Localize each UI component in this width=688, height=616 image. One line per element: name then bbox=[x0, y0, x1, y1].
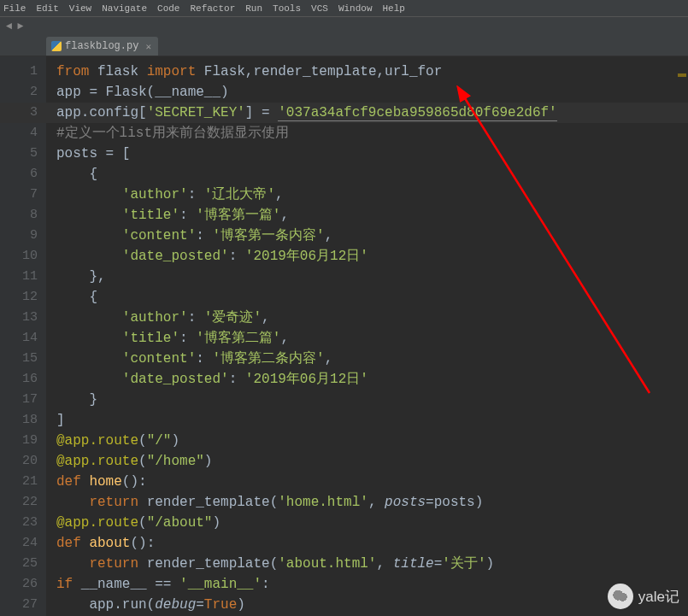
line-number-gutter: 1234567891011121314151617181920212223242… bbox=[0, 56, 46, 616]
code-line[interactable]: return render_template('home.html', post… bbox=[56, 492, 688, 513]
line-number: 6 bbox=[0, 164, 38, 185]
close-icon[interactable]: ✕ bbox=[145, 41, 151, 52]
nav-forward-icon[interactable]: ► bbox=[17, 21, 23, 32]
code-line[interactable]: 'title': '博客第一篇', bbox=[56, 205, 688, 226]
line-number: 9 bbox=[0, 226, 38, 246]
line-number: 7 bbox=[0, 185, 38, 205]
line-number: 27 bbox=[0, 595, 38, 615]
code-line[interactable]: app.config['SECRET_KEY'] = '037a34afcf9c… bbox=[56, 103, 688, 123]
menu-item[interactable]: File bbox=[3, 3, 26, 14]
python-file-icon bbox=[51, 41, 62, 51]
line-number: 18 bbox=[0, 410, 38, 431]
code-line[interactable]: 'author': '辽北大帝', bbox=[56, 185, 688, 205]
line-number: 2 bbox=[0, 82, 38, 103]
code-line[interactable]: from flask import Flask,render_template,… bbox=[56, 62, 688, 82]
code-line[interactable]: app = Flask(__name__) bbox=[56, 82, 688, 103]
line-number: 10 bbox=[0, 246, 38, 267]
code-line[interactable]: @app.route("/home") bbox=[56, 451, 688, 472]
code-line[interactable]: 'title': '博客第二篇', bbox=[56, 328, 688, 349]
nav-bar: ◄ ► bbox=[0, 17, 688, 36]
line-number: 19 bbox=[0, 431, 38, 451]
code-line[interactable]: }, bbox=[56, 267, 688, 287]
menu-item[interactable]: Run bbox=[245, 3, 262, 14]
watermark-text: yale记 bbox=[638, 587, 679, 607]
code-line[interactable]: posts = [ bbox=[56, 144, 688, 164]
menu-item[interactable]: Help bbox=[383, 3, 405, 14]
code-line[interactable]: } bbox=[56, 390, 688, 410]
line-number: 21 bbox=[0, 472, 38, 492]
code-line[interactable]: app.run(debug=True) bbox=[56, 595, 688, 615]
line-number: 15 bbox=[0, 349, 38, 369]
menu-item[interactable]: Navigate bbox=[102, 3, 147, 14]
nav-back-icon[interactable]: ◄ bbox=[6, 21, 12, 32]
code-area[interactable]: from flask import Flask,render_template,… bbox=[46, 56, 688, 616]
line-number: 12 bbox=[0, 287, 38, 308]
menu-item[interactable]: View bbox=[69, 3, 91, 14]
tab-bar: flaskblog.py ✕ bbox=[0, 36, 688, 56]
menu-item[interactable]: Window bbox=[338, 3, 373, 14]
line-number: 26 bbox=[0, 574, 38, 595]
line-number: 13 bbox=[0, 308, 38, 328]
line-number: 3 bbox=[0, 103, 38, 123]
code-line[interactable]: { bbox=[56, 164, 688, 185]
code-line[interactable]: if __name__ == '__main__': bbox=[56, 574, 688, 595]
code-line[interactable]: 'author': '爱奇迹', bbox=[56, 308, 688, 328]
code-line[interactable]: @app.route("/about") bbox=[56, 513, 688, 533]
tab-flaskblog[interactable]: flaskblog.py ✕ bbox=[46, 37, 158, 56]
menu-bar: FileEditViewNavigateCodeRefactorRunTools… bbox=[0, 0, 688, 17]
editor: 1234567891011121314151617181920212223242… bbox=[0, 56, 688, 616]
line-number: 11 bbox=[0, 267, 38, 287]
menu-item[interactable]: Tools bbox=[273, 3, 301, 14]
code-line[interactable]: def home(): bbox=[56, 472, 688, 492]
code-line[interactable]: ] bbox=[56, 410, 688, 431]
line-number: 25 bbox=[0, 554, 38, 574]
code-line[interactable]: { bbox=[56, 287, 688, 308]
line-number: 8 bbox=[0, 205, 38, 226]
menu-item[interactable]: VCS bbox=[311, 3, 328, 14]
line-number: 1 bbox=[0, 62, 38, 82]
line-number: 24 bbox=[0, 533, 38, 554]
line-number: 20 bbox=[0, 451, 38, 472]
tab-label: flaskblog.py bbox=[65, 40, 138, 52]
line-number: 22 bbox=[0, 492, 38, 513]
line-number: 5 bbox=[0, 144, 38, 164]
wechat-icon bbox=[608, 584, 633, 609]
code-line[interactable]: 'date_posted': '2019年06月12日' bbox=[56, 369, 688, 390]
code-line[interactable]: 'date_posted': '2019年06月12日' bbox=[56, 246, 688, 267]
line-number: 17 bbox=[0, 390, 38, 410]
code-line[interactable]: 'content': '博客第二条内容', bbox=[56, 349, 688, 369]
menu-item[interactable]: Edit bbox=[36, 3, 58, 14]
code-line[interactable]: return render_template('about.html', tit… bbox=[56, 554, 688, 574]
line-number: 23 bbox=[0, 513, 38, 533]
watermark: yale记 bbox=[608, 584, 679, 609]
code-line[interactable]: def about(): bbox=[56, 533, 688, 554]
menu-item[interactable]: Code bbox=[157, 3, 179, 14]
code-line[interactable]: 'content': '博客第一条内容', bbox=[56, 226, 688, 246]
line-number: 14 bbox=[0, 328, 38, 349]
line-number: 16 bbox=[0, 369, 38, 390]
menu-item[interactable]: Refactor bbox=[190, 3, 235, 14]
code-line[interactable]: #定义一个list用来前台数据显示使用 bbox=[56, 123, 688, 144]
line-number: 4 bbox=[0, 123, 38, 144]
code-line[interactable]: @app.route("/") bbox=[56, 431, 688, 451]
